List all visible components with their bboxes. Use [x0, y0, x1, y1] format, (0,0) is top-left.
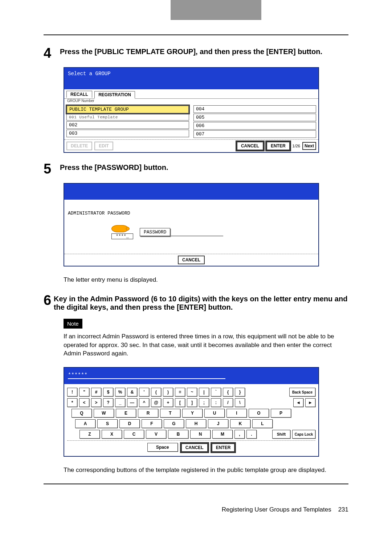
key-sym[interactable]: ; [199, 398, 209, 407]
backspace-key[interactable]: Back Space [289, 388, 315, 396]
cancel-button[interactable]: CANCEL [236, 141, 264, 151]
key-p[interactable]: P [271, 409, 291, 417]
list-item-001[interactable]: 001 Useful Template [66, 114, 189, 121]
list-item-006[interactable]: 006 [193, 122, 316, 130]
step-5-number: 5 [44, 162, 60, 176]
shift-key[interactable]: Shift [272, 430, 290, 439]
key-f[interactable]: F [142, 419, 162, 428]
keyboard-entered: ****** [68, 372, 225, 379]
kb-row-2: * < > ? _ — ^ @ + [ ] ; : / \ ◄ ► [67, 398, 315, 407]
key-i[interactable]: I [226, 409, 247, 417]
enter-button[interactable]: ENTER [266, 141, 290, 151]
step5-after-text: The letter entry menu is displayed. [64, 276, 348, 284]
admin-password-label: ADMINISTRATOR PASSWORD [68, 211, 315, 216]
key-sym[interactable]: \ [235, 398, 245, 407]
key-l[interactable]: L [252, 419, 273, 428]
key-a[interactable]: A [75, 419, 95, 428]
list-item-004[interactable]: 004 [193, 105, 316, 113]
dialog-toolbar: DELETE EDIT CANCEL ENTER 1/26 Next [64, 139, 318, 152]
step-6-title: Key in the Admin Password (6 to 10 digit… [54, 293, 348, 311]
key-sym[interactable]: ~ [187, 388, 197, 396]
key-sym[interactable]: ) [163, 388, 173, 396]
key-b[interactable]: B [168, 430, 188, 439]
key-sym[interactable]: [ [175, 398, 185, 407]
key-r[interactable]: R [138, 409, 158, 417]
key-sym[interactable]: # [91, 388, 101, 396]
key-comma[interactable]: , [234, 430, 245, 439]
key-s[interactable]: S [97, 419, 118, 428]
key-u[interactable]: U [204, 409, 225, 417]
key-sym[interactable]: ^ [139, 398, 149, 407]
key-sym[interactable]: — [127, 398, 137, 407]
password-toolbar: CANCEL [64, 254, 318, 266]
list-item-003[interactable]: 003 [66, 130, 189, 137]
key-sym[interactable]: ? [103, 398, 113, 407]
step-4-title: Press the [PUBLIC TEMPLATE GROUP], and t… [60, 46, 322, 60]
key-g[interactable]: G [164, 419, 184, 428]
key-z[interactable]: Z [79, 430, 100, 439]
password-icon-wrap: ****_ [111, 225, 133, 239]
key-sym[interactable]: ] [187, 398, 197, 407]
space-key[interactable]: Space [147, 443, 178, 452]
arrow-left-key[interactable]: ◄ [293, 398, 303, 407]
password-cancel-button[interactable]: CANCEL [178, 256, 205, 264]
key-sym[interactable]: @ [151, 398, 161, 407]
password-button[interactable]: PASSWORD [140, 228, 170, 236]
key-v[interactable]: V [146, 430, 166, 439]
kb-cancel-button[interactable]: CANCEL [181, 443, 208, 452]
key-sym[interactable]: = [175, 388, 185, 396]
key-sym[interactable]: : [211, 398, 221, 407]
key-sym[interactable]: % [115, 388, 125, 396]
tab-recall[interactable]: RECALL [66, 91, 92, 98]
key-x[interactable]: X [102, 430, 122, 439]
key-sym[interactable]: | [199, 388, 209, 396]
tab-registration[interactable]: REGISTRATION [94, 91, 135, 99]
key-sym[interactable]: { [223, 388, 233, 396]
key-sym[interactable]: > [91, 398, 101, 407]
key-sym[interactable]: ' [139, 388, 149, 396]
key-j[interactable]: J [208, 419, 228, 428]
key-sym[interactable]: ` [211, 388, 221, 396]
arrow-right-key[interactable]: ► [305, 398, 315, 407]
list-item-002[interactable]: 002 [66, 121, 189, 129]
key-sym[interactable]: * [67, 398, 77, 407]
key-e[interactable]: E [116, 409, 136, 417]
page-footer: Registering User Groups and Templates 23… [0, 502, 392, 524]
kb-enter-button[interactable]: ENTER [211, 443, 236, 452]
key-y[interactable]: Y [182, 409, 203, 417]
key-m[interactable]: M [212, 430, 233, 439]
key-k[interactable]: K [230, 419, 250, 428]
key-sym[interactable]: + [163, 398, 173, 407]
key-sym[interactable]: } [235, 388, 245, 396]
list-item-public-template[interactable]: PUBLIC TEMPLATE GROUP [66, 105, 189, 114]
key-sym[interactable]: < [79, 398, 89, 407]
delete-button[interactable]: DELETE [66, 142, 92, 150]
list-item-007[interactable]: 007 [193, 130, 316, 138]
key-d[interactable]: D [119, 419, 140, 428]
next-button[interactable]: Next [302, 142, 316, 150]
step-6: 6 Key in the Admin Password (6 to 10 dig… [44, 293, 348, 311]
key-sym[interactable]: & [127, 388, 137, 396]
list-item-005[interactable]: 005 [193, 114, 316, 121]
key-sym[interactable]: $ [103, 388, 113, 396]
footer-text: Registering User Groups and Templates [222, 506, 331, 513]
key-sym[interactable]: ( [151, 388, 161, 396]
key-q[interactable]: Q [72, 409, 92, 417]
capslock-key[interactable]: Caps Lock [292, 430, 315, 439]
kb-row-3: Q W E R T Y U I O P [67, 409, 315, 417]
key-sym[interactable]: / [223, 398, 233, 407]
key-o[interactable]: O [249, 409, 269, 417]
key-sym[interactable]: ! [67, 388, 77, 396]
edit-button[interactable]: EDIT [94, 142, 113, 150]
key-period[interactable]: . [246, 430, 257, 439]
key-sym[interactable]: " [79, 388, 89, 396]
password-dialog: ADMINISTRATOR PASSWORD ****_ PASSWORD CA… [64, 183, 319, 266]
key-c[interactable]: C [124, 430, 144, 439]
dialog-header: Select a GROUP [64, 68, 318, 89]
key-n[interactable]: N [190, 430, 211, 439]
key-w[interactable]: W [94, 409, 114, 417]
key-sym[interactable]: _ [115, 398, 125, 407]
key-t[interactable]: T [160, 409, 180, 417]
key-h[interactable]: H [186, 419, 206, 428]
password-masked-value: ****_ [111, 233, 133, 239]
